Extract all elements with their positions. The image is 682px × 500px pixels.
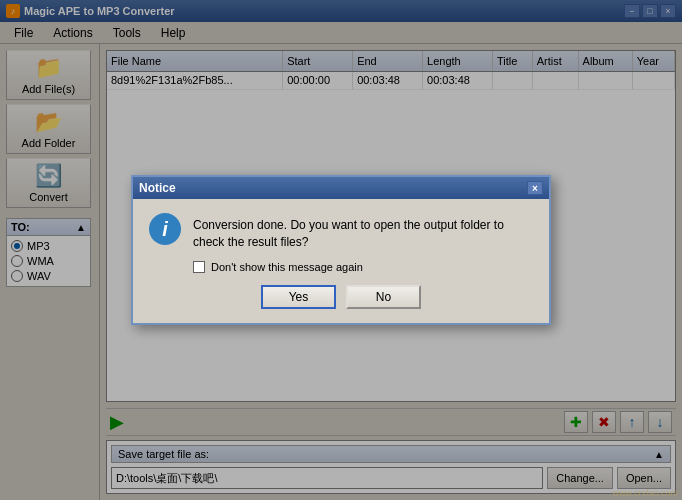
notice-buttons: Yes No xyxy=(149,285,533,313)
no-button[interactable]: No xyxy=(346,285,421,309)
dont-show-label: Don't show this message again xyxy=(211,261,363,273)
notice-message: Conversion done. Do you want to open the… xyxy=(193,213,533,251)
dont-show-row[interactable]: Don't show this message again xyxy=(193,261,533,273)
yes-button[interactable]: Yes xyxy=(261,285,336,309)
dont-show-checkbox[interactable] xyxy=(193,261,205,273)
notice-titlebar: Notice × xyxy=(133,177,549,199)
notice-dialog: Notice × i Conversion done. Do you want … xyxy=(131,175,551,325)
notice-close-button[interactable]: × xyxy=(527,181,543,195)
notice-title: Notice xyxy=(139,181,176,195)
modal-overlay: Notice × i Conversion done. Do you want … xyxy=(0,0,682,500)
notice-body: i Conversion done. Do you want to open t… xyxy=(133,199,549,323)
notice-content: i Conversion done. Do you want to open t… xyxy=(149,213,533,251)
info-icon: i xyxy=(149,213,181,245)
